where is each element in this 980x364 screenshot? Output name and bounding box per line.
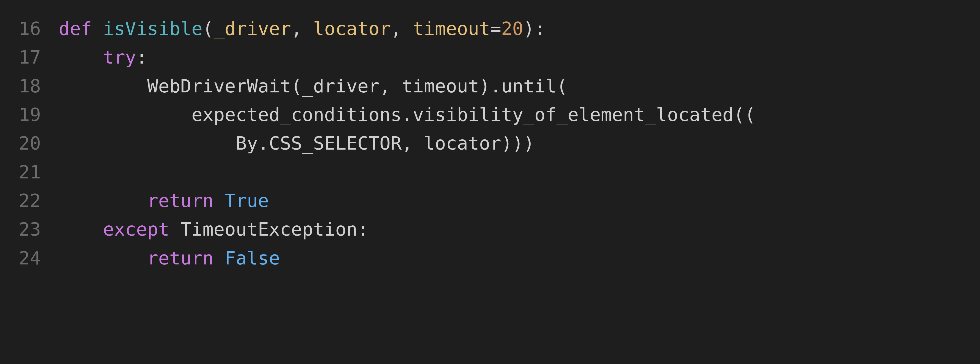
token: ). — [479, 75, 501, 97]
line-number: 22 — [0, 186, 59, 215]
code-content[interactable]: return True — [59, 186, 980, 215]
token: 20 — [501, 18, 523, 39]
token: By — [236, 132, 258, 154]
token: CSS_SELECTOR — [269, 132, 402, 154]
line-number: 21 — [0, 158, 59, 186]
indent — [59, 46, 103, 68]
token: TimeoutException — [180, 218, 358, 240]
line-number: 20 — [0, 129, 59, 157]
code-line[interactable]: 17 try: — [0, 43, 980, 72]
token: expected_conditions — [191, 104, 402, 126]
code-line[interactable]: 24 return False — [0, 244, 980, 272]
line-number: 16 — [0, 14, 59, 43]
token: , — [291, 18, 313, 39]
token: ( — [557, 75, 568, 97]
code-editor[interactable]: 16def isVisible(_driver, locator, timeou… — [0, 0, 980, 364]
token: , — [380, 75, 402, 97]
token: : — [357, 218, 368, 240]
code-line[interactable]: 18 WebDriverWait(_driver, timeout).until… — [0, 72, 980, 100]
code-line[interactable]: 21 — [0, 158, 980, 186]
token: _driver — [302, 75, 380, 97]
token: timeout — [413, 18, 490, 39]
line-number: 24 — [0, 244, 59, 272]
token: , — [390, 18, 413, 39]
token: . — [258, 132, 269, 154]
line-number: 19 — [0, 100, 59, 129]
indent — [59, 132, 236, 154]
code-content[interactable]: expected_conditions.visibility_of_elemen… — [59, 100, 980, 129]
token: locator — [313, 18, 390, 39]
token: until — [501, 75, 557, 97]
token: ( — [291, 75, 302, 97]
token: isVisible — [103, 18, 202, 39]
token: . — [402, 104, 413, 126]
token: visibility_of_element_located — [413, 104, 733, 126]
indent — [59, 104, 191, 126]
code-line[interactable]: 22 return True — [0, 186, 980, 215]
indent — [59, 218, 103, 240]
token: ))) — [501, 132, 535, 154]
token: except — [103, 218, 180, 240]
token: WebDriverWait — [147, 75, 291, 97]
code-line[interactable]: 20 By.CSS_SELECTOR, locator))) — [0, 129, 980, 157]
token: locator — [424, 132, 501, 154]
token: ): — [523, 18, 546, 39]
token: True — [224, 190, 269, 211]
code-line[interactable]: 19 expected_conditions.visibility_of_ele… — [0, 100, 980, 129]
token: try — [103, 46, 136, 68]
token: False — [224, 247, 280, 269]
token: return — [147, 190, 224, 211]
token: return — [147, 247, 224, 269]
token: timeout — [402, 75, 479, 97]
token: ( — [203, 18, 213, 39]
code-content[interactable]: def isVisible(_driver, locator, timeout=… — [59, 14, 980, 43]
token: def — [59, 18, 103, 39]
token: = — [490, 18, 501, 39]
indent — [59, 190, 147, 211]
code-content[interactable]: except TimeoutException: — [59, 215, 980, 243]
line-number: 17 — [0, 43, 59, 72]
token: _driver — [213, 18, 291, 39]
indent — [59, 75, 147, 97]
code-content[interactable]: WebDriverWait(_driver, timeout).until( — [59, 72, 980, 100]
code-content[interactable]: try: — [59, 43, 980, 72]
token: : — [136, 46, 147, 68]
code-content[interactable]: By.CSS_SELECTOR, locator))) — [59, 129, 980, 157]
code-line[interactable]: 23 except TimeoutException: — [0, 215, 980, 243]
code-line[interactable]: 16def isVisible(_driver, locator, timeou… — [0, 14, 980, 43]
line-number: 18 — [0, 72, 59, 100]
line-number: 23 — [0, 215, 59, 243]
indent — [59, 247, 147, 269]
token: (( — [733, 104, 756, 126]
token: , — [402, 132, 424, 154]
code-content[interactable]: return False — [59, 244, 980, 272]
